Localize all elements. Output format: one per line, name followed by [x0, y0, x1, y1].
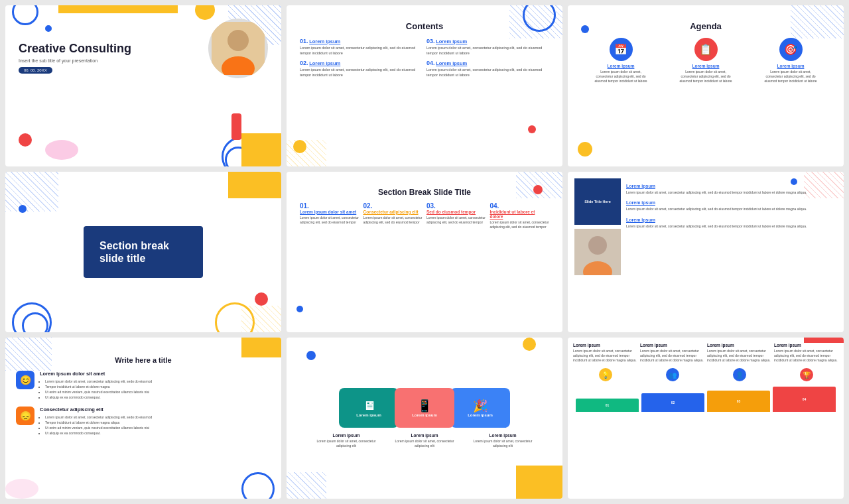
icon-box-2: 😞 — [16, 407, 34, 425]
icon-4: 🏆 — [800, 368, 813, 381]
slide5-col-1: 01. Lorem ipsum dolor sit amet Lorem ips… — [300, 202, 359, 229]
col-desc-2: Lorem ipsum dolor sit amet, consectetur … — [363, 216, 423, 225]
agenda-icons-row: 📅 Lorem ipsum Lorem ipsum dolor sit amet… — [578, 38, 833, 84]
row1-bullets: Lorem ipsum dolor sit amet, consectetur … — [40, 379, 152, 400]
slide-8-puzzle: 🖥 Lorem ipsum 📱 Lorem ipsum 🎉 Lorem ipsu… — [287, 338, 562, 499]
icon-col-1: 💡 — [573, 368, 637, 381]
icon-col-2: 👥 — [640, 368, 704, 381]
hatch-tr — [516, 172, 562, 198]
list-desc-3: Lorem ipsum dolor sit amet, consectetur … — [626, 224, 837, 229]
col-desc-4: Lorem ipsum dolor sit amet, consectetur … — [490, 220, 550, 229]
deco-outline-bl2 — [22, 312, 48, 332]
content-title-1: Lorem ipsum — [309, 38, 340, 44]
slide5-cols: 01. Lorem ipsum dolor sit amet Lorem ips… — [297, 202, 552, 229]
person-photo — [208, 19, 268, 78]
slide-title-box: Slide Title Here — [574, 178, 621, 225]
deco-dot — [45, 25, 52, 32]
top-col-1: Lorem ipsum Lorem ipsum dolor sit amet, … — [573, 343, 637, 363]
slide5-col-3: 03. Sed do eiusmod tempor Lorem ipsum do… — [426, 202, 486, 229]
slide5-header: Section Break Slide Title — [297, 182, 552, 197]
slide-5-section-break-title: Section Break Slide Title 01. Lorem ipsu… — [287, 172, 562, 333]
puzzle-labels: Lorem ipsum Lorem ipsum dolor sit amet, … — [297, 433, 552, 448]
col-num-2: 02. — [363, 202, 423, 210]
puzzle-label-desc-3: Lorem ipsum dolor sit amet, consectetur … — [473, 439, 533, 448]
deco-b1 — [296, 306, 303, 312]
slide-6-image-list: Slide Title Here Lorem ipsum Lorem ipsum… — [568, 172, 844, 333]
list-desc-2: Lorem ipsum dolor sit amet, consectetur … — [626, 207, 837, 212]
row-2-content: Consectetur adipiscing elit Lorem ipsum … — [40, 407, 152, 436]
deco-red-dot — [19, 133, 32, 147]
slide-3-agenda: Agenda 📅 Lorem ipsum Lorem ipsum dolor s… — [568, 5, 844, 166]
puzzle-label-2: Lorem ipsum Lorem ipsum dolor sit amet, … — [395, 433, 454, 448]
list-item-3: Lorem ipsum Lorem ipsum dolor sit amet, … — [626, 218, 837, 229]
agenda-desc-3: Lorem ipsum dolor sit amet, consectetur … — [764, 70, 817, 84]
agenda-icon-3: 🎯 — [779, 38, 803, 61]
deco-yellow-block — [241, 133, 281, 166]
col-num-3: 03. — [426, 202, 486, 210]
col-body-4: Lorem ipsum dolor sit amet, consectetur … — [774, 349, 838, 363]
puzzle-label-title-3: Lorem ipsum — [473, 433, 533, 438]
puzzle-label-title-2: Lorem ipsum — [395, 433, 454, 438]
deco-blue-tl — [306, 351, 316, 360]
deco-c3 — [528, 125, 536, 133]
content-title-4: Lorem ipsum — [436, 60, 467, 66]
yellow-br — [516, 466, 562, 499]
hatch-tl — [5, 338, 52, 371]
content-title-3: Lorem ipsum — [436, 38, 467, 44]
puzzle-piece-1: 🖥 Lorem ipsum — [339, 388, 399, 428]
icon-col-4: 🏆 — [774, 368, 838, 381]
icon-3: 👤 — [733, 368, 746, 381]
bar-4: 04 — [773, 387, 836, 412]
contents-grid: 01. Lorem ipsum Lorem ipsum dolor sit am… — [297, 38, 552, 78]
deco-red-br — [255, 292, 268, 306]
content-title-2: Lorem ipsum — [309, 60, 340, 66]
icon-row: 💡 👥 👤 🏆 — [573, 368, 838, 381]
icon-box-1: 😊 — [16, 371, 34, 389]
content-num-4: 04. — [426, 60, 435, 66]
list-title-3: Lorem ipsum — [626, 218, 837, 222]
agenda-label-3: Lorem ipsum — [764, 64, 817, 68]
svg-point-4 — [588, 236, 607, 255]
deco-circle — [12, 5, 38, 25]
hatch-tl — [5, 172, 58, 212]
section-break-box: Section break slide title — [84, 226, 203, 278]
agenda-label-1: Lorem ipsum — [594, 64, 647, 68]
col-title-2: Consectetur adipiscing elit — [363, 210, 423, 214]
list-title-2: Lorem ipsum — [626, 200, 837, 205]
deco-pink — [5, 479, 38, 499]
col-header-3: Lorem ipsum — [707, 343, 771, 347]
content-desc-1: Lorem ipsum dolor sit amet, consectetur … — [300, 46, 423, 56]
yellow-bar-top — [58, 5, 178, 13]
hatch-bl — [287, 140, 326, 166]
slide7-row-1: 😊 Lorem ipsum dolor sit amet Lorem ipsum… — [16, 371, 271, 400]
list-item-2: Lorem ipsum Lorem ipsum dolor sit amet, … — [626, 200, 837, 212]
hatch-tr — [791, 5, 844, 38]
slide-9-data-table: Lorem ipsum Lorem ipsum dolor sit amet, … — [568, 338, 844, 499]
puzzle-piece-3: 🎉 Lorem ipsum — [450, 388, 510, 428]
agenda-desc-1: Lorem ipsum dolor sit amet, consectetur … — [594, 70, 647, 84]
deco-circle-br — [241, 472, 275, 499]
slide5-col-2: 02. Consectetur adipiscing elit Lorem ip… — [363, 202, 423, 229]
bar-1: 01 — [576, 399, 639, 412]
agenda-item-1: 📅 Lorem ipsum Lorem ipsum dolor sit amet… — [594, 38, 647, 84]
yellow-top-right — [241, 338, 281, 357]
slide-7-two-list: Write here a title 😊 Lorem ipsum dolor s… — [5, 338, 281, 499]
col-desc-3: Lorem ipsum dolor sit amet, consectetur … — [426, 216, 486, 225]
agenda-item-3: 🎯 Lorem ipsum Lorem ipsum dolor sit amet… — [764, 38, 817, 84]
deco-yellow-tr — [523, 338, 536, 351]
slide-2-contents: Contents 01. Lorem ipsum Lorem ipsum dol… — [287, 5, 562, 166]
top-col-2: Lorem ipsum Lorem ipsum dolor sit amet, … — [640, 343, 704, 363]
hatch-tr — [509, 5, 562, 38]
row2-bullets: Lorem ipsum dolor sit amet, consectetur … — [40, 414, 152, 436]
agenda-icon-2: 📋 — [694, 38, 718, 61]
col-num-4: 04. — [490, 202, 550, 210]
row1-title: Lorem ipsum dolor sit amet — [40, 371, 152, 377]
agenda-icon-1: 📅 — [610, 38, 633, 61]
col-header-2: Lorem ipsum — [640, 343, 704, 347]
slide7-row-2: 😞 Consectetur adipiscing elit Lorem ipsu… — [16, 407, 271, 436]
slide6-images: Slide Title Here — [574, 178, 621, 326]
content-num-3: 03. — [426, 38, 435, 44]
hatch-br — [241, 306, 281, 332]
content-item-2: 02. Lorem ipsum Lorem ipsum dolor sit am… — [300, 60, 423, 78]
slide5-col-4: 04. Incididunt ut labore et dolore Lorem… — [490, 202, 550, 229]
